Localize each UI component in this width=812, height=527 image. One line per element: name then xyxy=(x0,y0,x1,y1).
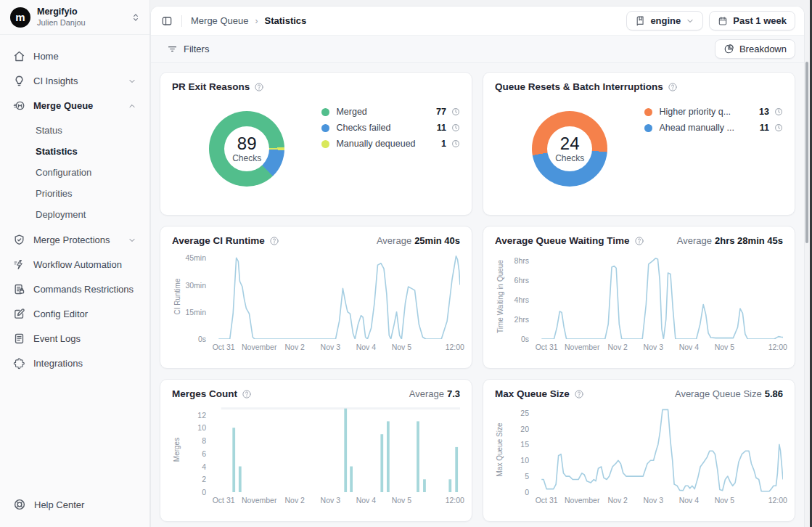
filter-icon xyxy=(167,44,178,54)
x-tick: November xyxy=(565,343,599,351)
sidebar-subnav: StatusStatisticsConfigurationPrioritiesD… xyxy=(7,119,142,229)
line-plot: Oct 31NovemberNov 2Nov 3Nov 4Nov 512:00 xyxy=(534,407,783,492)
legend-item-ahead-manually: Ahead manually ...11 xyxy=(644,123,783,133)
y-axis-label: Max Queue Size xyxy=(495,407,505,492)
y-axis-ticks: 2520151050 xyxy=(505,407,534,492)
donut-total: 24 xyxy=(560,134,580,152)
org-switcher[interactable]: m Mergifyio Julien Danjou xyxy=(0,0,149,35)
x-tick: Nov 2 xyxy=(608,496,628,504)
x-tick: Nov 3 xyxy=(321,496,340,504)
y-tick: 0 xyxy=(525,488,529,497)
x-tick: 12:00 xyxy=(446,343,464,351)
donut-ring: 24Checks xyxy=(532,111,607,187)
y-axis-label: CI Runtime xyxy=(172,253,182,339)
legend-item-higher-priority-q: Higher priority q...13 xyxy=(644,107,783,117)
lifebuoy-icon xyxy=(13,498,26,511)
bar xyxy=(232,428,235,492)
legend-value: 11 xyxy=(760,123,769,133)
y-tick: 6hrs xyxy=(514,276,529,285)
app: m Mergifyio Julien Danjou HomeCI Insight… xyxy=(0,0,812,527)
history-icon[interactable] xyxy=(774,107,783,116)
x-tick: November xyxy=(242,343,276,351)
x-tick: Nov 3 xyxy=(644,496,663,504)
chevron-up-icon xyxy=(128,102,136,110)
sidebar-item-ci-insights[interactable]: CI Insights xyxy=(7,70,142,92)
y-tick: 10 xyxy=(197,423,206,432)
pie-chart-icon xyxy=(723,44,734,54)
average-value: Average7.3 xyxy=(409,388,460,399)
card-title: Merges Count xyxy=(172,388,252,399)
sidebar-item-integrations[interactable]: Integrations xyxy=(7,352,142,375)
help-tooltip-icon[interactable] xyxy=(242,389,252,399)
history-icon[interactable] xyxy=(451,107,460,116)
bar xyxy=(387,421,390,492)
line-plot: Oct 31NovemberNov 2Nov 3Nov 4Nov 512:00 xyxy=(534,253,783,339)
y-tick: 4 xyxy=(202,462,206,471)
y-tick: 0s xyxy=(521,335,529,343)
sidebar-subitem-priorities[interactable]: Priorities xyxy=(7,184,142,203)
x-tick: Oct 31 xyxy=(536,496,558,504)
card-merges-count: Merges CountAverage7.3Merges121086420Oct… xyxy=(160,379,472,522)
filters-button[interactable]: Filters xyxy=(161,40,215,58)
bar xyxy=(239,467,242,493)
sidebar-subitem-statistics[interactable]: Statistics xyxy=(7,142,142,161)
donut-center: 89Checks xyxy=(224,126,269,171)
legend-dot xyxy=(321,108,329,116)
help-tooltip-icon[interactable] xyxy=(254,82,264,92)
sidebar-item-help-center[interactable]: Help Center xyxy=(0,489,149,527)
y-tick: 4hrs xyxy=(514,295,529,304)
card-queue-resets-batch-interruptions: Queue Resets & Batch Interruptions24Chec… xyxy=(483,72,795,216)
sidebar-item-merge-protections[interactable]: Merge Protections xyxy=(7,229,142,251)
sidebar-item-workflow-automation[interactable]: Workflow Automation xyxy=(7,253,142,276)
x-tick: 12:00 xyxy=(768,496,787,504)
y-axis-ticks: 45min30min15min0s xyxy=(182,253,211,339)
clipboard-lock-icon xyxy=(13,283,25,295)
sidebar-item-label: Workflow Automation xyxy=(33,259,136,270)
sidebar-item-merge-queue[interactable]: Merge Queue xyxy=(7,94,142,117)
breadcrumb-merge-queue[interactable]: Merge Queue xyxy=(191,15,249,26)
x-tick: Nov 3 xyxy=(644,343,663,351)
topbar: Merge Queue › Statistics engine Past 1 w… xyxy=(151,7,804,36)
chevron-down-icon xyxy=(128,236,136,245)
legend-item-manually-dequeued: Manually dequeued1 xyxy=(321,139,460,149)
sidebar-subitem-status[interactable]: Status xyxy=(7,120,142,140)
help-tooltip-icon[interactable] xyxy=(634,236,644,246)
bulb-icon xyxy=(13,75,25,87)
y-axis-ticks: 8hrs6hrs4hrs2hrs0s xyxy=(505,253,534,339)
line-plot: Oct 31NovemberNov 2Nov 3Nov 4Nov 512:00 xyxy=(211,253,460,339)
y-axis-label: Merges xyxy=(172,407,182,492)
date-range-button[interactable]: Past 1 week xyxy=(709,11,795,30)
repo-select-value: engine xyxy=(650,15,681,26)
history-icon[interactable] xyxy=(451,139,460,148)
org-name: Mergifyio xyxy=(37,7,124,18)
legend-dot xyxy=(644,108,652,116)
x-tick: Nov 4 xyxy=(356,343,376,351)
shield-icon xyxy=(13,234,25,246)
sidebar-subitem-deployment[interactable]: Deployment xyxy=(7,205,142,224)
bar xyxy=(350,467,353,493)
help-tooltip-icon[interactable] xyxy=(269,236,279,246)
donut-ring: 89Checks xyxy=(209,111,284,187)
legend-value: 77 xyxy=(436,107,446,117)
x-tick: Oct 31 xyxy=(213,343,235,351)
chevron-down-icon xyxy=(128,77,136,86)
help-tooltip-icon[interactable] xyxy=(574,389,584,399)
help-tooltip-icon[interactable] xyxy=(668,82,678,92)
repo-select[interactable]: engine xyxy=(626,11,703,30)
sidebar-item-commands-restrictions[interactable]: Commands Restrictions xyxy=(7,278,142,301)
history-icon[interactable] xyxy=(451,123,460,132)
legend-dot xyxy=(321,140,329,148)
x-axis-ticks: Oct 31NovemberNov 2Nov 3Nov 4Nov 512:00 xyxy=(211,343,460,353)
sidebar-item-label: Event Logs xyxy=(33,333,136,344)
y-tick: 25 xyxy=(520,409,529,417)
sidebar-item-config-editor[interactable]: Config Editor xyxy=(7,303,142,325)
scrollbar-thumb[interactable] xyxy=(805,62,808,243)
sidebar-item-event-logs[interactable]: Event Logs xyxy=(7,327,142,350)
sidebar-toggle-icon[interactable] xyxy=(161,15,173,27)
legend-label: Manually dequeued xyxy=(336,139,435,149)
history-icon[interactable] xyxy=(774,123,783,132)
sidebar-subitem-configuration[interactable]: Configuration xyxy=(7,163,142,182)
sidebar-item-home[interactable]: Home xyxy=(7,45,142,68)
org-names: Mergifyio Julien Danjou xyxy=(37,7,124,28)
breakdown-button[interactable]: Breakdown xyxy=(715,39,795,59)
